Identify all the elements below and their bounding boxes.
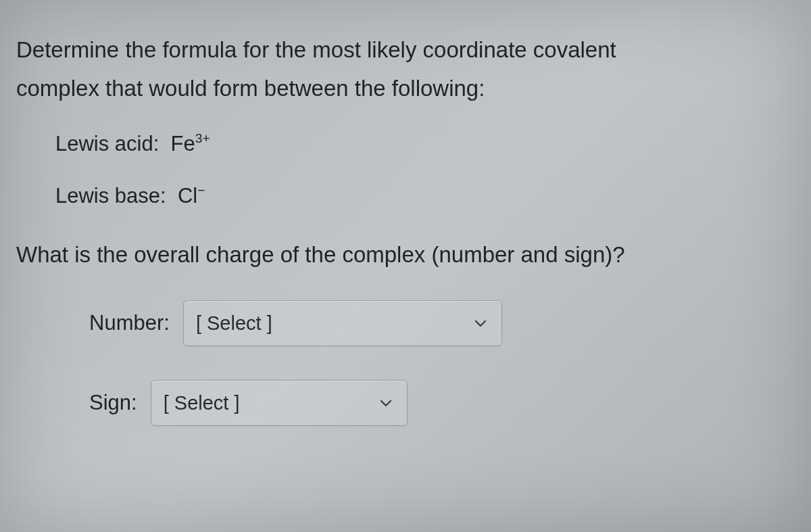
given-block: Lewis acid: Fe3+ Lewis base: Cl− bbox=[55, 128, 795, 212]
lewis-base-charge: − bbox=[197, 183, 205, 197]
question-line-1: Determine the formula for the most likel… bbox=[16, 32, 795, 67]
chevron-down-icon bbox=[474, 317, 487, 329]
sign-select-value: [ Select ] bbox=[164, 392, 240, 414]
question-line-2: complex that would form between the foll… bbox=[16, 71, 795, 105]
lewis-base-symbol: Cl bbox=[178, 184, 197, 208]
number-select[interactable]: [ Select ] bbox=[183, 300, 502, 346]
lewis-acid-label: Lewis acid: bbox=[55, 132, 159, 155]
answers-block: Number: [ Select ] Sign: [ Select ] bbox=[89, 300, 795, 426]
charge-question: What is the overall charge of the comple… bbox=[16, 237, 795, 272]
lewis-acid-charge: 3+ bbox=[195, 131, 210, 145]
sign-row: Sign: [ Select ] bbox=[89, 380, 795, 426]
sign-label: Sign: bbox=[89, 391, 137, 415]
sign-select[interactable]: [ Select ] bbox=[151, 380, 408, 426]
lewis-base-line: Lewis base: Cl− bbox=[55, 180, 795, 212]
lewis-base-label: Lewis base: bbox=[55, 184, 166, 208]
lewis-acid-symbol: Fe bbox=[171, 132, 195, 155]
lewis-acid-line: Lewis acid: Fe3+ bbox=[55, 128, 795, 160]
number-row: Number: [ Select ] bbox=[89, 300, 795, 346]
number-select-value: [ Select ] bbox=[196, 312, 272, 335]
number-label: Number: bbox=[89, 311, 170, 335]
chevron-down-icon bbox=[380, 397, 392, 409]
